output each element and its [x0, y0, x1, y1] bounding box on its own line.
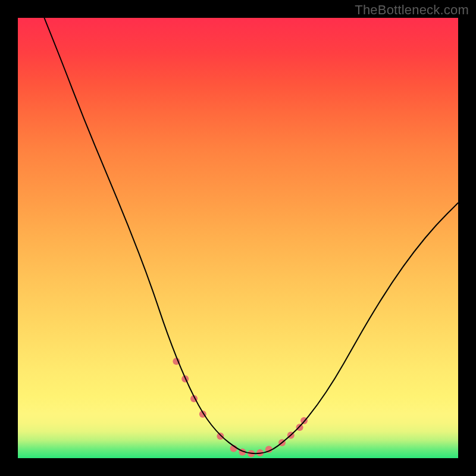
chart-frame: TheBottleneck.com — [0, 0, 476, 476]
chart-svg — [18, 18, 458, 458]
marker-dot — [217, 433, 224, 440]
series-curve — [44, 18, 458, 453]
watermark-text: TheBottleneck.com — [355, 2, 469, 18]
marker-layer — [173, 358, 308, 457]
plot-area — [18, 18, 458, 458]
